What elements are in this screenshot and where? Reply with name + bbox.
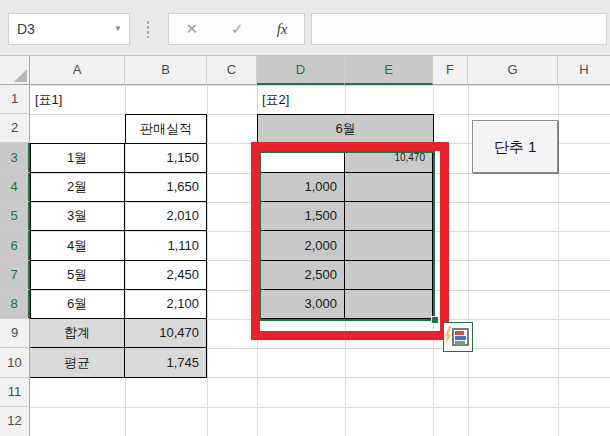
cell-A6[interactable]: 4월	[30, 231, 125, 261]
formula-buttons: ✕ ✓ fx	[168, 13, 305, 45]
fill-handle[interactable]	[431, 316, 439, 324]
formula-input[interactable]	[311, 13, 607, 45]
paste-options-icon[interactable]	[443, 322, 473, 352]
column-header-c[interactable]: C	[207, 56, 257, 85]
select-all-corner[interactable]	[0, 56, 30, 85]
cell-D1[interactable]: [표2]	[258, 86, 348, 114]
cell-A3[interactable]: 1월	[30, 143, 125, 173]
cell-B9[interactable]: 10,470	[125, 319, 207, 348]
cell-B2[interactable]: 판매실적	[125, 114, 207, 144]
row-header-6[interactable]: 6	[0, 231, 30, 261]
cell-B4[interactable]: 1,650	[125, 173, 207, 202]
paste-bar-red	[455, 331, 464, 335]
row-header-8[interactable]: 8	[0, 290, 30, 319]
cell-A4[interactable]: 2월	[30, 173, 125, 202]
red-annotation-rectangle	[251, 142, 449, 340]
column-header-e[interactable]: E	[345, 56, 433, 85]
name-box-value: D3	[17, 21, 35, 37]
row-header-2[interactable]: 2	[0, 114, 30, 143]
paste-bar-blue	[455, 336, 466, 340]
row-header-1[interactable]: 1	[0, 85, 30, 114]
cell-B3[interactable]: 1,150	[125, 143, 207, 173]
column-header-a[interactable]: A	[30, 56, 125, 85]
paste-bar-green	[455, 341, 465, 345]
insert-function-icon[interactable]: fx	[277, 21, 288, 38]
row-header-11[interactable]: 11	[0, 378, 30, 407]
name-box[interactable]: D3 ▼	[8, 13, 130, 45]
row-header-12[interactable]: 12	[0, 407, 30, 436]
cell-A5[interactable]: 3월	[30, 202, 125, 231]
cell-A9[interactable]: 합계	[30, 319, 125, 348]
row-header-10[interactable]: 10	[0, 348, 30, 378]
row-header-3[interactable]: 3	[0, 143, 30, 173]
column-header-f[interactable]: F	[433, 56, 468, 85]
select-all-icon	[14, 69, 27, 82]
cell-A8[interactable]: 6월	[30, 290, 125, 319]
row-header-5[interactable]: 5	[0, 202, 30, 231]
cell-B6[interactable]: 1,110	[125, 231, 207, 261]
enter-icon[interactable]: ✓	[231, 20, 244, 38]
cell-D2-merged[interactable]: 6월	[257, 114, 434, 144]
name-box-dropdown-icon[interactable]: ▼	[114, 14, 122, 44]
cell-B8[interactable]: 2,100	[125, 290, 207, 319]
column-header-h[interactable]: H	[558, 56, 610, 85]
cell-A1[interactable]: [표1]	[31, 86, 121, 114]
toolbar-separator	[146, 20, 150, 38]
paste-bolt-icon	[445, 326, 452, 345]
formula-toolbar: D3 ▼ ✕ ✓ fx	[0, 0, 610, 56]
cell-A10[interactable]: 평균	[30, 348, 125, 378]
cell-B5[interactable]: 2,010	[125, 202, 207, 231]
column-header-d[interactable]: D	[257, 56, 345, 85]
macro-button[interactable]: 단추 1	[472, 120, 558, 173]
cell-A7[interactable]: 5월	[30, 261, 125, 290]
column-header-g[interactable]: G	[468, 56, 558, 85]
cell-B7[interactable]: 2,450	[125, 261, 207, 290]
row-header-4[interactable]: 4	[0, 173, 30, 202]
cancel-icon[interactable]: ✕	[186, 20, 199, 38]
column-header-b[interactable]: B	[125, 56, 207, 85]
excel-window: D3 ▼ ✕ ✓ fx A B C D E F G H 1 2 3 4 5 6 …	[0, 0, 610, 436]
row-header-7[interactable]: 7	[0, 261, 30, 290]
row-header-9[interactable]: 9	[0, 319, 30, 348]
cell-B10[interactable]: 1,745	[125, 348, 207, 378]
